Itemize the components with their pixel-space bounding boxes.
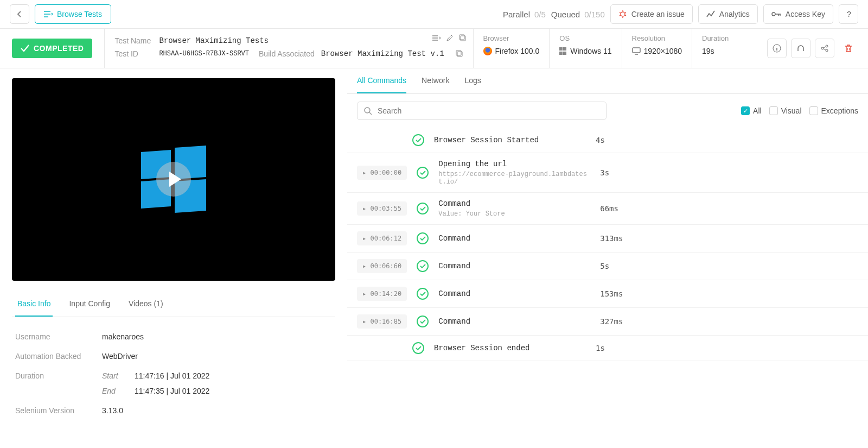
help-icon: ? (847, 10, 851, 18)
command-timestamp: ▸ 00:00:00 (357, 166, 407, 180)
command-row[interactable]: ▸ 00:06:12Command313ms (347, 225, 868, 253)
tab-logs[interactable]: Logs (464, 76, 481, 93)
command-row[interactable]: Browser Session Started4s (347, 128, 868, 153)
tab-videos[interactable]: Videos (1) (126, 292, 165, 317)
help-button[interactable]: ? (839, 4, 858, 24)
status-success-icon (417, 167, 429, 179)
command-subtitle: Value: Your Store (438, 210, 590, 218)
command-body: Command (438, 289, 590, 298)
tab-all-commands[interactable]: All Commands (357, 76, 406, 93)
command-body: Browser Session ended (434, 344, 586, 352)
check-icon (21, 45, 29, 52)
list-filter-icon (44, 10, 53, 18)
headphones-button[interactable] (791, 39, 810, 58)
edit-icon[interactable] (446, 34, 454, 42)
svg-point-0 (621, 12, 625, 16)
os-value: Windows 11 (570, 47, 611, 55)
share-icon (820, 44, 829, 53)
play-button[interactable] (156, 162, 191, 197)
browse-tests-label: Browse Tests (57, 10, 102, 18)
command-row[interactable]: ▸ 00:14:20Command153ms (347, 280, 868, 308)
command-title: Command (438, 234, 590, 243)
filter-all[interactable]: ✓ All (741, 106, 762, 115)
tab-input-config[interactable]: Input Config (67, 292, 112, 317)
command-timestamp: ▸ 00:06:12 (357, 231, 407, 245)
svg-point-8 (821, 47, 824, 49)
topbar: Browse Tests Parallel 0/5 Queued 0/150 C… (0, 0, 868, 29)
status-badge: COMPLETED (12, 39, 92, 58)
command-row[interactable]: ▸ 00:00:00Opening the urlhttps://ecommer… (347, 153, 868, 193)
environment-info: Browser Firefox 100.0 OS Windows 11 Reso… (474, 29, 757, 68)
checkbox-icon (769, 106, 778, 115)
command-body: Command (438, 317, 590, 326)
status-success-icon (417, 260, 429, 272)
delete-button[interactable] (839, 39, 858, 58)
info-icon (773, 44, 781, 53)
svg-point-11 (365, 108, 370, 113)
tab-basic-info[interactable]: Basic Info (15, 292, 53, 317)
end-time: 11:47:35 | Jul 01 2022 (135, 387, 209, 395)
tab-network[interactable]: Network (422, 76, 449, 93)
status-success-icon (412, 134, 424, 146)
queue-icon[interactable] (432, 34, 441, 42)
command-timestamp: ▸ 00:16:85 (357, 314, 407, 329)
analytics-button[interactable]: Analytics (698, 4, 758, 24)
basic-info-panel: Username makenaroes Automation Backed We… (12, 317, 335, 430)
create-issue-button[interactable]: Create an issue (610, 4, 693, 24)
browse-tests-button[interactable]: Browse Tests (35, 4, 111, 24)
svg-point-10 (826, 49, 828, 52)
filter-visual[interactable]: Visual (769, 106, 802, 115)
share-button[interactable] (815, 39, 834, 58)
command-timestamp: ▸ 00:06:60 (357, 259, 407, 273)
username-value: makenaroes (102, 332, 144, 341)
build-label: Build Associated (259, 49, 315, 58)
test-id: RHSAA-U6HGS-R7BJX-SSRVT (159, 50, 249, 58)
copy-build-icon[interactable] (456, 50, 463, 58)
test-header: COMPLETED Test Name Browser Maximizing T… (0, 29, 868, 68)
search-input-wrap[interactable] (357, 102, 607, 120)
queued-stat: Queued 0/150 (551, 10, 605, 19)
command-timestamp (357, 345, 403, 351)
command-body: Browser Session Started (434, 136, 586, 144)
test-name-label: Test Name (114, 36, 152, 45)
command-title: Browser Session Started (434, 136, 586, 144)
command-title: Command (438, 262, 590, 270)
svg-rect-2 (457, 52, 462, 56)
status-success-icon (417, 232, 429, 244)
duration-value: 19s (702, 47, 714, 55)
command-duration: 5s (600, 262, 609, 270)
svg-rect-6 (633, 48, 640, 53)
checkbox-checked-icon: ✓ (741, 106, 750, 115)
command-title: Command (438, 317, 590, 326)
status-success-icon (417, 316, 429, 327)
selenium-version: 3.13.0 (102, 406, 123, 415)
bug-icon (618, 10, 627, 18)
svg-point-1 (772, 12, 775, 16)
build-name: Browser Maximizing Test v.1 (321, 49, 444, 58)
command-row[interactable]: Browser Session ended1s (347, 336, 868, 361)
command-body: Opening the urlhttps://ecommerce-playgro… (438, 160, 590, 186)
back-button[interactable] (10, 4, 29, 24)
command-row[interactable]: ▸ 00:16:85Command327ms (347, 308, 868, 336)
parallel-stat: Parallel 0/5 (503, 10, 546, 19)
command-body: CommandValue: Your Store (438, 199, 590, 218)
headphones-icon (796, 44, 805, 53)
copy-icon[interactable] (459, 34, 467, 42)
command-title: Opening the url (438, 160, 590, 168)
command-timestamp (357, 137, 403, 143)
video-player[interactable] (12, 78, 335, 281)
command-tabs: All Commands Network Logs (347, 68, 868, 94)
trash-icon (845, 44, 852, 53)
status-success-icon (417, 288, 429, 300)
command-row[interactable]: ▸ 00:03:55CommandValue: Your Store66ms (347, 193, 868, 225)
access-key-button[interactable]: Access Key (763, 4, 833, 24)
filter-exceptions[interactable]: Exceptions (809, 106, 858, 115)
command-duration: 66ms (600, 204, 618, 213)
svg-point-9 (826, 45, 828, 47)
command-row[interactable]: ▸ 00:06:60Command5s (347, 253, 868, 280)
search-input[interactable] (378, 106, 599, 115)
info-button[interactable] (767, 39, 787, 58)
search-icon (364, 107, 372, 115)
command-subtitle: https://ecommerce-playground.lambdatest.… (438, 171, 590, 186)
firefox-icon (483, 47, 492, 55)
